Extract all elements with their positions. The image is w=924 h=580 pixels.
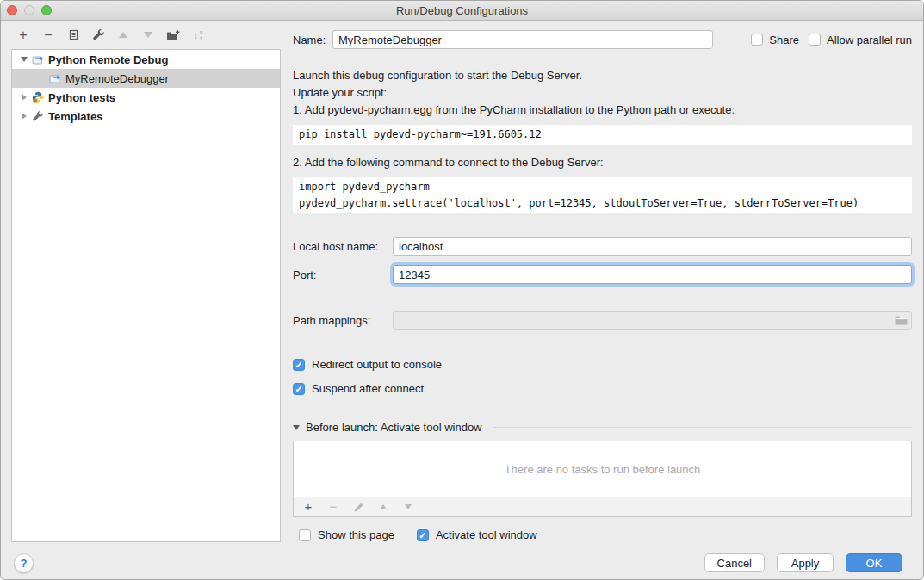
zoom-window-button[interactable] — [41, 5, 52, 15]
create-folder-button[interactable] — [166, 28, 180, 42]
suspend-after-connect-checkbox[interactable] — [293, 383, 305, 395]
arrow-down-icon — [405, 504, 412, 509]
settrace-code-snippet[interactable]: import pydevd_pycharmpydevd_pycharm.sett… — [293, 177, 912, 213]
name-row: Name: Share Allow parallel run — [293, 30, 912, 49]
edit-task-button — [351, 500, 365, 514]
window-controls — [7, 5, 52, 15]
move-up-button — [116, 28, 130, 42]
cancel-button[interactable]: Cancel — [704, 553, 765, 572]
configurations-sidebar: + − — [1, 21, 281, 544]
show-this-page-label: Show this page — [318, 528, 394, 541]
chevron-down-icon — [21, 57, 28, 62]
expand-toggle[interactable] — [17, 113, 31, 120]
tree-item-python-remote-debug[interactable]: Python Remote Debug — [12, 50, 280, 69]
copy-icon — [67, 29, 79, 41]
tree-item-templates[interactable]: Templates — [12, 107, 280, 126]
browse-path-mappings-button[interactable] — [894, 313, 908, 327]
activate-tool-window-label: Activate tool window — [436, 528, 537, 541]
before-launch-tasks-panel: There are no tasks to run before launch … — [293, 441, 912, 517]
redirect-output-label: Redirect output to console — [312, 358, 442, 371]
suspend-after-connect-option: Suspend after connect — [293, 382, 912, 395]
allow-parallel-run-label: Allow parallel run — [827, 34, 912, 46]
code-line: pydevd_pycharm.settrace('localhost', por… — [299, 197, 859, 209]
port-row: Port: — [293, 265, 912, 284]
copy-configuration-button[interactable] — [66, 28, 80, 42]
configurations-tree: Python Remote Debug MyRemoteDebugger — [11, 49, 281, 542]
empty-tasks-message: There are no tasks to run before launch — [294, 441, 911, 497]
apply-button[interactable]: Apply — [777, 553, 834, 572]
path-mappings-row: Path mappings: — [293, 311, 912, 330]
window-title: Run/Debug Configurations — [396, 4, 528, 17]
dialog-footer: ? Cancel Apply OK — [1, 544, 923, 580]
add-task-button[interactable]: + — [301, 500, 315, 514]
edit-configuration-button[interactable] — [91, 28, 105, 42]
pencil-icon — [353, 502, 364, 513]
remove-task-button: − — [326, 500, 340, 514]
arrow-up-icon — [380, 504, 387, 509]
show-this-page-checkbox[interactable] — [299, 529, 311, 541]
minus-icon: − — [44, 28, 52, 42]
local-host-name-row: Local host name: — [293, 237, 912, 256]
new-folder-icon — [166, 29, 180, 41]
help-button[interactable]: ? — [14, 553, 34, 573]
tree-item-label: Python tests — [48, 91, 115, 104]
tree-item-python-tests[interactable]: Python tests — [12, 88, 280, 107]
action-buttons: Cancel Apply OK — [704, 553, 902, 572]
wrench-icon — [92, 28, 105, 41]
titlebar: Run/Debug Configurations — [1, 1, 923, 21]
pip-install-code-snippet[interactable]: pip install pydevd-pycharm~=191.6605.12 — [293, 125, 912, 145]
python-tests-icon — [31, 91, 45, 103]
tree-item-label: MyRemoteDebugger — [65, 72, 169, 85]
page-options-row: Show this page Activate tool window — [293, 528, 912, 541]
allow-parallel-run-checkbox[interactable] — [809, 34, 821, 46]
instruction-line: Update your script: — [293, 84, 912, 102]
activate-tool-window-checkbox[interactable] — [417, 529, 429, 541]
path-mappings-label: Path mappings: — [293, 314, 393, 327]
name-label: Name: — [293, 34, 332, 46]
arrow-down-icon — [144, 32, 152, 38]
move-task-down-button — [401, 500, 415, 514]
plus-icon: + — [305, 500, 313, 514]
local-host-name-input[interactable] — [393, 237, 912, 256]
plus-icon: + — [19, 28, 27, 42]
expand-toggle[interactable] — [17, 94, 31, 101]
collapse-section-icon — [293, 425, 300, 430]
local-host-name-label: Local host name: — [293, 240, 393, 253]
tree-item-label: Templates — [48, 110, 102, 123]
name-input[interactable] — [332, 30, 713, 49]
sort-arrow-icon: ↓ — [193, 28, 199, 42]
folder-icon — [895, 315, 908, 325]
sort-configurations-button: ↓ a z — [191, 28, 205, 42]
minus-icon: − — [330, 500, 338, 514]
chevron-right-icon — [22, 113, 27, 120]
question-mark-icon: ? — [21, 557, 28, 570]
port-label: Port: — [293, 268, 393, 281]
before-launch-header[interactable]: Before launch: Activate tool window — [293, 421, 912, 434]
expand-toggle[interactable] — [17, 57, 31, 62]
arrow-up-icon — [119, 32, 127, 38]
suspend-after-connect-label: Suspend after connect — [312, 382, 424, 395]
tasks-toolbar: + − — [294, 497, 911, 516]
code-line: import pydevd_pycharm — [299, 181, 430, 193]
share-option: Share — [751, 34, 799, 46]
tree-item-myremotedebugger[interactable]: MyRemoteDebugger — [12, 69, 280, 88]
configuration-editor: Name: Share Allow parallel run Launch th… — [281, 21, 923, 544]
redirect-output-checkbox[interactable] — [293, 359, 305, 371]
close-window-button[interactable] — [7, 5, 17, 15]
remote-debug-icon — [31, 53, 45, 65]
ok-button[interactable]: OK — [846, 553, 902, 572]
sort-az-icon: a z — [200, 29, 203, 41]
port-input[interactable] — [393, 265, 912, 284]
minimize-window-button — [24, 5, 34, 15]
configurations-toolbar: + − — [1, 21, 281, 49]
instruction-step-2: 2. Add the following command to connect … — [293, 154, 912, 171]
chevron-right-icon — [22, 94, 27, 101]
share-checkbox[interactable] — [751, 34, 763, 46]
instructions: Launch this debug configuration to start… — [293, 67, 912, 119]
run-debug-configurations-dialog: Run/Debug Configurations + − — [0, 0, 924, 580]
before-launch-title: Before launch: Activate tool window — [306, 421, 482, 434]
instruction-step-1: 1. Add pydevd-pycharm.egg from the PyCha… — [293, 102, 912, 119]
remove-configuration-button[interactable]: − — [41, 28, 55, 42]
share-label: Share — [769, 34, 799, 46]
add-configuration-button[interactable]: + — [16, 28, 30, 42]
